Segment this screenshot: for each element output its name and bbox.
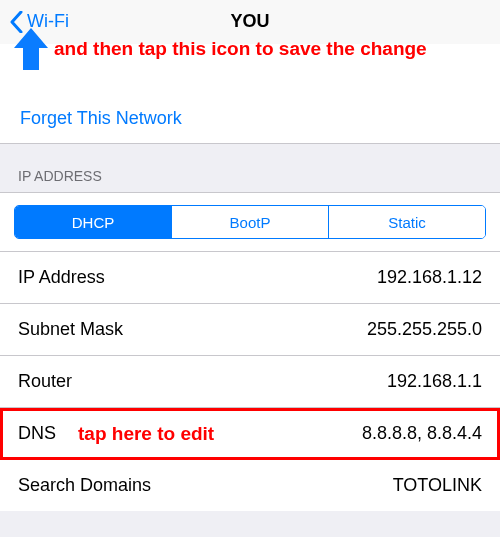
search-domains-label: Search Domains (18, 475, 151, 496)
dns-label: DNS (18, 423, 56, 444)
segment-static[interactable]: Static (329, 206, 485, 238)
segment-bootp[interactable]: BootP (172, 206, 329, 238)
chevron-left-icon (10, 11, 23, 33)
row-router: Router 192.168.1.1 (0, 356, 500, 408)
back-label: Wi-Fi (27, 11, 69, 32)
router-label: Router (18, 371, 72, 392)
ip-mode-segment-container: DHCP BootP Static (0, 192, 500, 252)
segment-dhcp[interactable]: DHCP (15, 206, 172, 238)
page-title: YOU (230, 11, 269, 32)
ip-address-label: IP Address (18, 267, 105, 288)
ip-address-header: IP ADDRESS (0, 144, 500, 192)
forget-section: Forget This Network (0, 44, 500, 144)
back-button[interactable]: Wi-Fi (0, 11, 69, 33)
annotation-dns-text: tap here to edit (78, 423, 214, 445)
forget-network-button[interactable]: Forget This Network (0, 96, 500, 143)
dns-value: 8.8.8.8, 8.8.4.4 (362, 423, 482, 444)
router-value: 192.168.1.1 (387, 371, 482, 392)
ip-settings-table: IP Address 192.168.1.12 Subnet Mask 255.… (0, 252, 500, 511)
subnet-mask-value: 255.255.255.0 (367, 319, 482, 340)
row-subnet-mask: Subnet Mask 255.255.255.0 (0, 304, 500, 356)
row-search-domains[interactable]: Search Domains TOTOLINK (0, 460, 500, 511)
ip-address-value: 192.168.1.12 (377, 267, 482, 288)
row-ip-address: IP Address 192.168.1.12 (0, 252, 500, 304)
row-dns[interactable]: DNS tap here to edit 8.8.8.8, 8.8.4.4 (0, 408, 500, 460)
subnet-mask-label: Subnet Mask (18, 319, 123, 340)
search-domains-value: TOTOLINK (393, 475, 482, 496)
ip-mode-segmented-control: DHCP BootP Static (14, 205, 486, 239)
nav-bar: Wi-Fi YOU (0, 0, 500, 44)
